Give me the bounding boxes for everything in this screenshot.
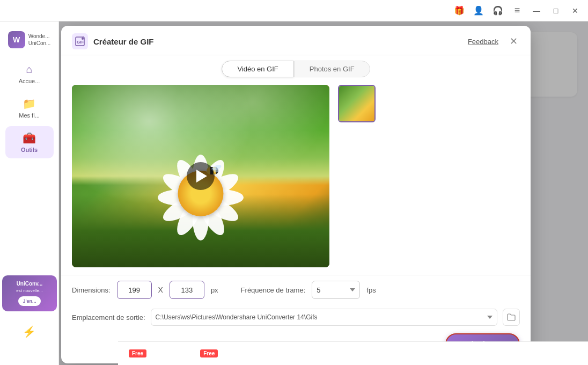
sidebar: W Wonde... UniCon... ⌂ Accue... 📁 Mes fi…: [0, 21, 59, 365]
promo-button[interactable]: J'en...: [18, 296, 40, 306]
user-icon[interactable]: 👤: [472, 4, 485, 17]
free-badge-2: Free: [200, 349, 218, 357]
title-bar-icons: 🎁 👤 🎧 ≡ — □ ✕: [453, 4, 582, 17]
files-icon: 📁: [23, 97, 36, 110]
gift-icon[interactable]: 🎁: [453, 4, 466, 17]
output-path-select[interactable]: C:\Users\ws\Pictures\Wondershare UniConv…: [151, 309, 497, 326]
video-preview: [72, 85, 329, 267]
folder-icon: [507, 313, 516, 321]
modal-header: GIF Créateur de GIF Feedback ✕: [61, 26, 531, 55]
tab-video-gif[interactable]: Vidéo en GIF: [222, 61, 293, 77]
modal-tabs: Vidéo en GIF Photos en GIF: [61, 55, 531, 77]
home-icon: ⌂: [26, 63, 32, 76]
promo-subtitle: est nouvelle...: [6, 288, 53, 293]
menu-icon[interactable]: ≡: [511, 4, 524, 17]
gif-icon: GIF: [75, 36, 85, 46]
power-icon: ⚡: [23, 325, 36, 338]
svg-point-2: [82, 38, 84, 40]
height-input[interactable]: [170, 281, 204, 299]
free-badge-1: Free: [129, 349, 146, 357]
sidebar-item-home-label: Accue...: [19, 78, 40, 84]
logo-icon: W: [8, 31, 25, 48]
x-separator: X: [158, 286, 163, 294]
title-bar: 🎁 👤 🎧 ≡ — □ ✕: [0, 0, 588, 21]
sidebar-item-files[interactable]: 📁 Mes fi...: [5, 92, 54, 124]
output-row: Emplacement de sortie: C:\Users\ws\Pictu…: [61, 304, 531, 333]
tools-icon: 🧰: [23, 132, 36, 144]
thumbnail-area: [338, 85, 520, 267]
modal-header-right: Feedback ✕: [468, 35, 520, 48]
fps-select[interactable]: 5 10 15 20 25 30: [312, 281, 360, 299]
modal-gif-creator: GIF Créateur de GIF Feedback ✕ Vidéo en …: [61, 26, 531, 363]
feedback-link[interactable]: Feedback: [468, 38, 498, 46]
width-input[interactable]: [117, 281, 152, 299]
modal-title-icon: GIF: [72, 33, 88, 49]
modal-title: GIF Créateur de GIF: [72, 33, 154, 49]
sidebar-logo-text: Wonde... UniCon...: [28, 33, 51, 47]
folder-browse-button[interactable]: [503, 309, 520, 326]
sidebar-item-tools-label: Outils: [21, 147, 38, 153]
support-icon[interactable]: 🎧: [491, 4, 504, 17]
modal-overlay: GIF Créateur de GIF Feedback ✕ Vidéo en …: [59, 21, 588, 365]
play-button[interactable]: [187, 162, 215, 190]
close-button[interactable]: ✕: [569, 4, 582, 17]
modal-close-button[interactable]: ✕: [507, 35, 520, 48]
tab-photos-gif[interactable]: Photos en GIF: [294, 61, 370, 77]
thumbnail-1-image: [339, 86, 374, 121]
thumbnail-1[interactable]: [338, 85, 376, 122]
px-label: px: [211, 286, 218, 294]
maximize-button[interactable]: □: [549, 4, 562, 17]
svg-text:GIF: GIF: [77, 40, 84, 45]
sidebar-item-home[interactable]: ⌂ Accue...: [5, 58, 54, 90]
fps-field-label: Fréquence de trame:: [241, 286, 306, 294]
flower-container: [142, 138, 260, 246]
minimize-button[interactable]: —: [530, 4, 543, 17]
sidebar-logo: W Wonde... UniCon...: [3, 27, 56, 53]
main-content: Vidéo facile à... faire ressortir lement…: [59, 21, 588, 365]
sidebar-promo: UniConv... est nouvelle... J'en...: [2, 275, 57, 311]
promo-title: UniConv...: [6, 281, 53, 287]
play-icon: [196, 170, 207, 182]
sidebar-item-files-label: Mes fi...: [19, 112, 40, 119]
output-label: Emplacement de sortie:: [72, 313, 145, 322]
dimensions-row: Dimensions: X px Fréquence de trame: 5 1…: [61, 275, 531, 304]
modal-body: [61, 77, 531, 275]
bottom-bar: Free Free: [118, 341, 588, 365]
fps-unit-label: fps: [366, 286, 376, 294]
sidebar-item-tools[interactable]: 🧰 Outils: [5, 126, 54, 158]
dimensions-label: Dimensions:: [72, 286, 111, 294]
